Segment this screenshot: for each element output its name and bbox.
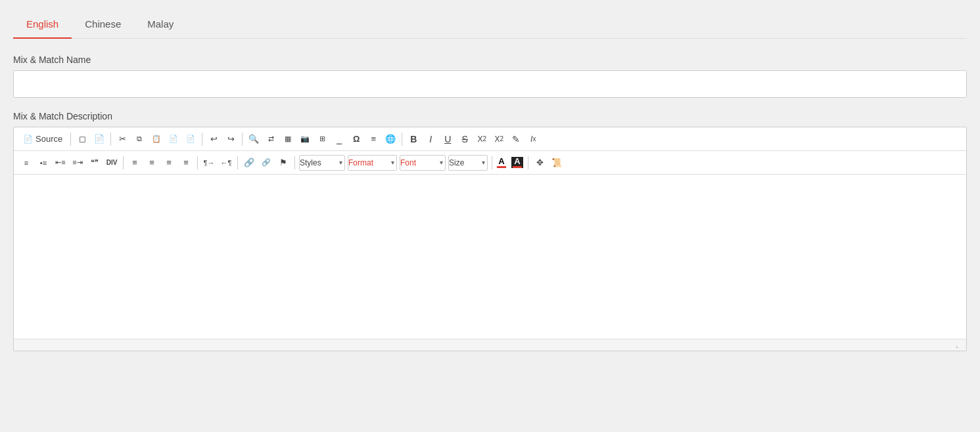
align-center-icon: ≡ bbox=[149, 158, 154, 167]
sep-7 bbox=[197, 156, 198, 169]
div-button[interactable]: DIV bbox=[103, 154, 120, 171]
justify-button[interactable]: ≡ bbox=[177, 154, 195, 171]
undo-button[interactable]: ↩ bbox=[205, 131, 222, 148]
indent-button[interactable]: ¶→ bbox=[200, 154, 218, 171]
table-button[interactable]: ⊞ bbox=[314, 131, 331, 148]
bg-color-icon: A bbox=[511, 157, 523, 168]
sep-3 bbox=[202, 133, 202, 146]
bullet-list-button[interactable]: •≡ bbox=[35, 154, 52, 171]
iframe-button[interactable]: 🌐 bbox=[382, 131, 399, 148]
size-select[interactable]: Size bbox=[448, 155, 488, 171]
select-all-button[interactable]: ▦ bbox=[279, 131, 296, 148]
editor-body[interactable] bbox=[14, 175, 966, 339]
format-select[interactable]: Format bbox=[348, 155, 397, 171]
description-section: Mix & Match Description 📄 Source ◻ 📄 bbox=[13, 111, 967, 351]
undo-icon: ↩ bbox=[210, 134, 218, 144]
size-select-wrap: Size bbox=[448, 155, 488, 171]
outdent-icon: ←¶ bbox=[221, 159, 232, 167]
font-select[interactable]: Font bbox=[400, 155, 446, 171]
copy-icon: ⧉ bbox=[137, 135, 142, 143]
paste-text-icon: 📄 bbox=[169, 135, 178, 143]
format-select-wrap: Format bbox=[348, 155, 397, 171]
align-left-button[interactable]: ≡ bbox=[126, 154, 143, 171]
blockquote-icon: ❝❞ bbox=[91, 158, 99, 167]
bg-color-button[interactable]: A bbox=[509, 154, 525, 171]
name-label: Mix & Match Name bbox=[13, 54, 967, 65]
font-color-button[interactable]: A bbox=[495, 154, 508, 171]
strikethrough-button[interactable]: S bbox=[456, 131, 473, 148]
special-char-button[interactable]: Ω bbox=[348, 131, 365, 148]
page-container: English Chinese Malay Mix & Match Name M… bbox=[0, 0, 980, 432]
anchor-button[interactable]: ⚑ bbox=[275, 154, 292, 171]
paste-button[interactable]: 📋 bbox=[148, 131, 165, 148]
align-right-button[interactable]: ≡ bbox=[160, 154, 177, 171]
font-color-bar bbox=[497, 166, 506, 168]
bold-button[interactable]: B bbox=[405, 131, 422, 148]
numbered-list-button[interactable]: ≡ bbox=[18, 154, 35, 171]
copy-button[interactable]: ⧉ bbox=[131, 131, 148, 148]
clear-formatting-button[interactable]: Ix bbox=[525, 131, 542, 148]
cut-icon: ✂ bbox=[119, 134, 126, 144]
align-left-icon: ≡ bbox=[132, 158, 137, 167]
italic-button[interactable]: I bbox=[422, 131, 439, 148]
hr-button[interactable]: ⎯ bbox=[331, 131, 348, 148]
source-icon: 📄 bbox=[23, 135, 33, 144]
numbered-list-icon: ≡ bbox=[24, 159, 28, 167]
tab-malay[interactable]: Malay bbox=[134, 11, 187, 39]
decrease-indent-icon: ⇤≡ bbox=[55, 158, 65, 167]
remove-format-button[interactable]: ✎ bbox=[507, 131, 525, 148]
sep-6 bbox=[123, 156, 124, 169]
styles-select[interactable]: Styles bbox=[299, 155, 345, 171]
subscript-button[interactable]: X2 bbox=[473, 131, 490, 148]
paste-text-button[interactable]: 📄 bbox=[165, 131, 182, 148]
align-center-button[interactable]: ≡ bbox=[143, 154, 160, 171]
font-color-icon: A bbox=[497, 157, 506, 168]
indent-list-icon: ≡ bbox=[371, 134, 376, 144]
hr-icon: ⎯ bbox=[337, 134, 342, 144]
source2-button[interactable]: 📜 bbox=[548, 154, 565, 171]
underline-button[interactable]: U bbox=[439, 131, 456, 148]
editor-status-bar: ⌞ bbox=[14, 339, 966, 351]
resize-handle: ⌞ bbox=[956, 341, 964, 349]
fullscreen-icon: ✥ bbox=[536, 158, 544, 167]
table-icon: ⊞ bbox=[319, 135, 325, 143]
templates-icon: 📄 bbox=[94, 134, 105, 144]
paste-word-button[interactable]: 📄 bbox=[182, 131, 199, 148]
tab-english[interactable]: English bbox=[13, 11, 72, 39]
find-button[interactable]: 🔍 bbox=[245, 131, 262, 148]
sep-5 bbox=[402, 133, 402, 146]
redo-button[interactable]: ↪ bbox=[222, 131, 239, 148]
tab-chinese[interactable]: Chinese bbox=[72, 11, 134, 39]
paste-word-icon: 📄 bbox=[186, 135, 195, 143]
sep-11 bbox=[528, 156, 528, 169]
unlink-button[interactable]: 🔗 bbox=[258, 154, 275, 171]
indent-list-button[interactable]: ≡ bbox=[365, 131, 382, 148]
fullscreen-button[interactable]: ✥ bbox=[531, 154, 548, 171]
templates-button[interactable]: 📄 bbox=[91, 131, 108, 148]
indent-icon: ¶→ bbox=[204, 159, 215, 167]
new-doc-icon: ◻ bbox=[79, 134, 86, 144]
find-replace-button[interactable]: ⇄ bbox=[262, 131, 279, 148]
superscript-button[interactable]: X2 bbox=[490, 131, 507, 148]
sep-2 bbox=[110, 133, 111, 146]
outdent-button[interactable]: ←¶ bbox=[218, 154, 235, 171]
increase-indent-button[interactable]: ≡⇥ bbox=[69, 154, 86, 171]
blockquote-button[interactable]: ❝❞ bbox=[86, 154, 103, 171]
unlink-icon: 🔗 bbox=[262, 158, 271, 167]
source-button[interactable]: 📄 Source bbox=[18, 131, 68, 148]
link-button[interactable]: 🔗 bbox=[241, 154, 258, 171]
image-button[interactable]: 📷 bbox=[296, 131, 314, 148]
link-icon: 🔗 bbox=[244, 158, 254, 167]
name-input[interactable] bbox=[13, 70, 967, 98]
decrease-indent-button[interactable]: ⇤≡ bbox=[52, 154, 69, 171]
cut-button[interactable]: ✂ bbox=[114, 131, 131, 148]
paste-icon: 📋 bbox=[152, 135, 161, 143]
find-icon: 🔍 bbox=[248, 134, 259, 144]
source-label: Source bbox=[35, 134, 62, 144]
find-replace-icon: ⇄ bbox=[268, 135, 274, 143]
image-icon: 📷 bbox=[300, 135, 310, 143]
styles-select-wrap: Styles bbox=[299, 155, 345, 171]
font-select-wrap: Font bbox=[400, 155, 446, 171]
redo-icon: ↪ bbox=[227, 134, 235, 144]
new-doc-button[interactable]: ◻ bbox=[74, 131, 91, 148]
